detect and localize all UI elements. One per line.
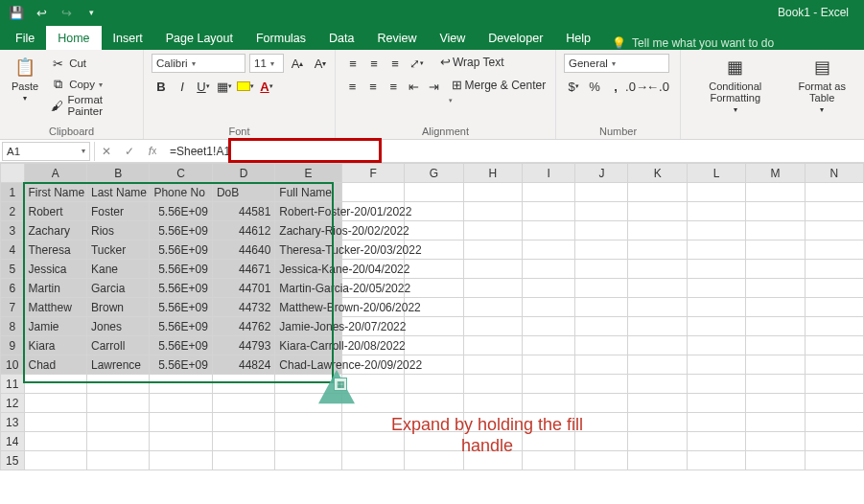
cell[interactable]: Martin (24, 279, 86, 298)
cell[interactable] (628, 375, 687, 394)
cell[interactable] (687, 317, 745, 336)
cell[interactable] (628, 241, 687, 260)
cell[interactable] (463, 202, 522, 221)
cell[interactable]: Rios (86, 221, 149, 241)
tab-formulas[interactable]: Formulas (245, 27, 317, 50)
bold-button[interactable]: B (152, 77, 171, 96)
cell[interactable] (523, 298, 575, 317)
tab-review[interactable]: Review (365, 27, 428, 50)
cell[interactable] (805, 451, 863, 470)
fx-button[interactable]: fx (141, 142, 164, 161)
tab-help[interactable]: Help (554, 27, 602, 50)
cell[interactable]: Jones (86, 317, 149, 336)
cell[interactable] (275, 413, 342, 432)
fill-color-button[interactable]: ▾ (236, 77, 255, 96)
cell[interactable]: Robert (24, 202, 86, 221)
row-header[interactable]: 4 (1, 241, 25, 260)
cell[interactable] (687, 355, 745, 375)
cell[interactable] (628, 451, 687, 470)
cell[interactable] (463, 394, 522, 413)
row-header[interactable]: 2 (1, 202, 25, 221)
cell[interactable] (575, 241, 628, 260)
cell[interactable] (687, 221, 745, 241)
row-header[interactable]: 12 (1, 394, 25, 413)
cell[interactable] (687, 183, 745, 202)
cell[interactable] (341, 183, 404, 202)
cell[interactable]: 5.56E+09 (150, 317, 212, 336)
cell[interactable] (746, 202, 805, 221)
column-header[interactable]: F (341, 164, 404, 183)
column-header[interactable]: C (150, 164, 212, 183)
cell[interactable]: 44701 (212, 279, 274, 298)
cell[interactable] (628, 183, 687, 202)
tab-view[interactable]: View (428, 27, 477, 50)
cell[interactable] (805, 298, 863, 317)
cell[interactable] (463, 260, 522, 279)
cell[interactable] (24, 451, 86, 470)
cell[interactable] (275, 451, 342, 470)
cell[interactable] (150, 375, 212, 394)
cell[interactable] (805, 221, 863, 241)
cell[interactable] (463, 183, 522, 202)
cell[interactable] (628, 317, 687, 336)
cell[interactable] (687, 394, 745, 413)
cell[interactable]: Full Name (275, 183, 342, 202)
increase-font-button[interactable]: A▴ (288, 54, 307, 73)
cell[interactable] (86, 394, 149, 413)
qat-dropdown-icon[interactable]: ▾ (81, 3, 102, 22)
cell[interactable]: 5.56E+09 (150, 202, 212, 221)
cell[interactable] (575, 298, 628, 317)
cell[interactable] (805, 432, 863, 451)
cell[interactable] (746, 432, 805, 451)
column-header[interactable]: K (628, 164, 687, 183)
align-top-button[interactable]: ≡ (343, 54, 362, 73)
cell[interactable]: 44732 (212, 298, 274, 317)
column-header[interactable]: N (805, 164, 863, 183)
save-icon[interactable]: 💾 (6, 3, 27, 22)
cell[interactable]: Martin-Garcia-20/05/2022 (275, 279, 342, 298)
cell[interactable]: 5.56E+09 (150, 355, 212, 375)
cell[interactable] (150, 413, 212, 432)
cell[interactable] (86, 375, 149, 394)
cell[interactable] (746, 375, 805, 394)
cell[interactable]: 5.56E+09 (150, 298, 212, 317)
cell[interactable] (463, 336, 522, 355)
cell[interactable] (628, 298, 687, 317)
cell[interactable]: Jessica (24, 260, 86, 279)
cell[interactable] (687, 375, 745, 394)
redo-icon[interactable]: ↪ (56, 3, 77, 22)
tab-developer[interactable]: Developer (477, 27, 554, 50)
tab-data[interactable]: Data (317, 27, 365, 50)
cell[interactable] (523, 221, 575, 241)
row-header[interactable]: 8 (1, 317, 25, 336)
cell[interactable]: 5.56E+09 (150, 279, 212, 298)
row-header[interactable]: 3 (1, 221, 25, 241)
select-all-corner[interactable] (1, 164, 25, 183)
cell[interactable] (805, 317, 863, 336)
cell[interactable] (575, 202, 628, 221)
tell-me-search[interactable]: 💡 Tell me what you want to do (602, 36, 774, 50)
cell[interactable]: Kiara-Carroll-20/08/2022 (275, 336, 342, 355)
cell[interactable] (805, 336, 863, 355)
cell[interactable] (687, 432, 745, 451)
cell[interactable] (746, 336, 805, 355)
row-header[interactable]: 6 (1, 279, 25, 298)
cell[interactable]: Matthew (24, 298, 86, 317)
cell[interactable] (523, 279, 575, 298)
cell[interactable]: 5.56E+09 (150, 336, 212, 355)
cell[interactable] (405, 279, 463, 298)
cell[interactable] (746, 279, 805, 298)
cell[interactable] (746, 298, 805, 317)
cell[interactable] (405, 260, 463, 279)
cell[interactable] (24, 375, 86, 394)
cell[interactable]: 5.56E+09 (150, 260, 212, 279)
cancel-formula-button[interactable]: ✕ (95, 142, 118, 161)
cell[interactable]: Carroll (86, 336, 149, 355)
cell[interactable]: Garcia (86, 279, 149, 298)
cell[interactable] (523, 202, 575, 221)
cell[interactable]: 44671 (212, 260, 274, 279)
row-header[interactable]: 10 (1, 355, 25, 375)
column-header[interactable]: D (212, 164, 274, 183)
tab-page-layout[interactable]: Page Layout (154, 27, 245, 50)
conditional-formatting-button[interactable]: ▦ Conditional Formatting ▾ (689, 54, 782, 116)
